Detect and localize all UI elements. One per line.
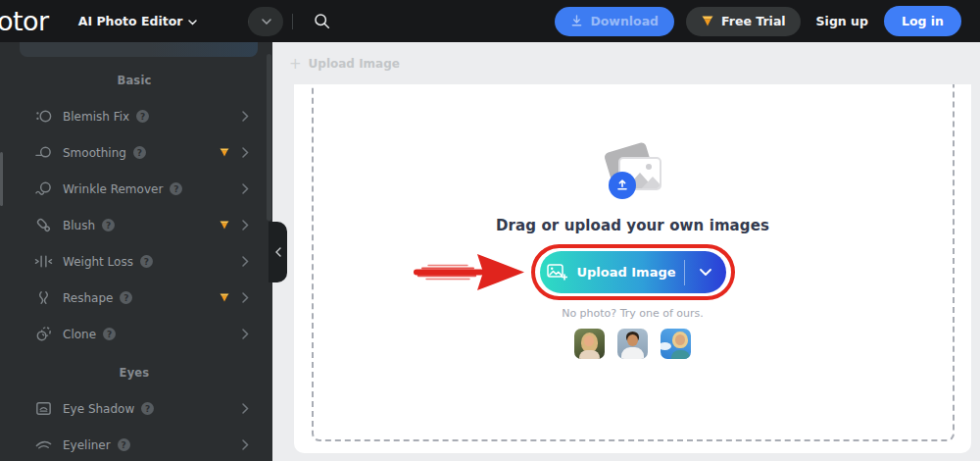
topbar-right-actions: Download Free Trial Sign up Log in xyxy=(555,6,980,36)
chevron-right-icon xyxy=(242,220,249,230)
chevron-right-icon xyxy=(242,439,249,450)
sidebar-scrolled-selected-item[interactable] xyxy=(20,42,258,57)
search-icon xyxy=(314,13,330,29)
sidebar-item-eyeliner[interactable]: Eyeliner xyxy=(20,427,249,461)
download-icon xyxy=(570,15,583,27)
sidebar-item-label: Clone xyxy=(63,328,96,341)
chevron-right-icon xyxy=(242,292,249,303)
main-workspace: Drag or upload your own images xyxy=(272,42,980,461)
chevron-right-icon xyxy=(242,111,249,122)
sidebar-item-wrinkle-remover[interactable]: Wrinkle Remover xyxy=(20,171,249,207)
weight-loss-icon xyxy=(33,252,53,272)
reshape-icon xyxy=(33,288,53,308)
log-in-label: Log in xyxy=(902,14,944,28)
gem-icon xyxy=(701,16,714,26)
chevron-right-icon xyxy=(242,403,249,414)
premium-gem-icon xyxy=(219,148,230,157)
sidebar-item-reshape[interactable]: Reshape xyxy=(20,280,249,316)
sidebar-item-label: Weight Loss xyxy=(63,255,133,269)
help-icon[interactable] xyxy=(170,182,182,195)
help-icon[interactable] xyxy=(140,255,153,268)
help-icon[interactable] xyxy=(103,328,116,340)
sidebar-item-smoothing[interactable]: Smoothing xyxy=(20,134,249,171)
tools-sidebar: Basic Blemish Fix Smoothing xyxy=(0,42,272,461)
clone-icon xyxy=(33,325,53,344)
eye-shadow-icon xyxy=(33,399,53,419)
premium-gem-icon xyxy=(219,221,230,230)
dropzone-heading: Drag or upload your own images xyxy=(496,217,769,234)
sample-photos xyxy=(574,329,691,359)
sidebar-item-label: Blemish Fix xyxy=(63,110,129,124)
download-label: Download xyxy=(590,14,659,28)
chevron-down-icon xyxy=(262,19,271,25)
upload-card: Drag or upload your own images xyxy=(294,54,971,453)
chevron-down-icon xyxy=(700,269,711,276)
sidebar-scrollbar-thumb[interactable] xyxy=(267,54,271,221)
log-in-button[interactable]: Log in xyxy=(884,6,961,36)
page-scrollbar-thumb[interactable] xyxy=(0,152,3,206)
free-trial-label: Free Trial xyxy=(721,14,786,28)
chevron-right-icon xyxy=(242,329,249,339)
chevron-down-icon xyxy=(188,14,197,28)
upload-badge-icon xyxy=(609,172,636,199)
chevron-left-icon xyxy=(275,247,281,257)
sign-up-link[interactable]: Sign up xyxy=(816,14,868,28)
sidebar-item-eye-shadow[interactable]: Eye Shadow xyxy=(20,390,249,427)
nav-dropdown-label: AI Photo Editor xyxy=(78,14,183,28)
upload-button-zone: Upload Image xyxy=(540,251,726,293)
topbar-divider xyxy=(292,14,293,29)
help-icon[interactable] xyxy=(141,402,154,415)
sidebar-item-weight-loss[interactable]: Weight Loss xyxy=(20,243,249,280)
search-button[interactable] xyxy=(307,7,336,36)
chevron-right-icon xyxy=(242,183,249,194)
chevron-right-icon xyxy=(242,256,249,267)
sidebar-item-blemish-fix[interactable]: Blemish Fix xyxy=(20,98,249,134)
sidebar-item-label: Smoothing xyxy=(63,146,126,160)
upload-options-dropdown[interactable] xyxy=(685,269,726,276)
blush-icon xyxy=(33,216,53,235)
upload-image-dropdown-button[interactable] xyxy=(248,7,283,36)
upload-image-label: Upload Image xyxy=(576,265,675,280)
help-icon[interactable] xyxy=(120,291,132,304)
free-trial-button[interactable]: Free Trial xyxy=(686,7,801,36)
topbar-upload-image-button: + Upload Image xyxy=(248,7,283,36)
nav-dropdown-ai-photo-editor[interactable]: AI Photo Editor xyxy=(78,14,198,28)
section-header-basic: Basic xyxy=(20,67,249,94)
sample-photo-1[interactable] xyxy=(574,329,605,359)
sample-photo-3[interactable] xyxy=(661,329,691,359)
image-placeholder-graphic xyxy=(597,145,669,204)
premium-gem-icon xyxy=(219,293,230,302)
fotor-app: otor AI Photo Editor + Upload Image Down… xyxy=(0,0,980,461)
sample-prompt-text: No photo? Try one of ours. xyxy=(562,307,704,320)
smoothing-icon xyxy=(33,143,53,163)
sidebar-item-label: Eyeliner xyxy=(63,438,111,452)
help-icon[interactable] xyxy=(133,146,146,159)
wrinkle-remover-icon xyxy=(33,179,53,199)
download-button[interactable]: Download xyxy=(555,7,674,36)
top-navbar: otor AI Photo Editor + Upload Image Down… xyxy=(0,0,980,42)
fotor-logo[interactable]: otor xyxy=(0,0,49,42)
red-annotation-arrow xyxy=(413,251,528,293)
sidebar-item-clone[interactable]: Clone xyxy=(20,316,249,352)
image-plus-icon xyxy=(547,264,567,281)
chevron-right-icon xyxy=(242,147,249,158)
upload-image-action[interactable]: Upload Image xyxy=(540,264,684,281)
help-icon[interactable] xyxy=(118,438,130,451)
dropzone[interactable]: Drag or upload your own images xyxy=(294,54,971,453)
sidebar-item-blush[interactable]: Blush xyxy=(20,207,249,243)
blemish-fix-icon xyxy=(33,107,53,127)
eyeliner-icon xyxy=(33,435,53,455)
sidebar-item-label: Eye Shadow xyxy=(63,402,134,416)
help-icon[interactable] xyxy=(136,110,149,123)
help-icon[interactable] xyxy=(102,219,115,231)
section-header-eyes: Eyes xyxy=(20,359,249,386)
sidebar-item-label: Wrinkle Remover xyxy=(63,182,163,196)
sidebar-collapse-handle[interactable] xyxy=(269,222,287,282)
sidebar-item-label: Reshape xyxy=(63,291,113,305)
sample-photo-2[interactable] xyxy=(617,329,648,359)
main-upload-image-button: Upload Image xyxy=(540,251,726,293)
sidebar-item-label: Blush xyxy=(63,219,95,232)
